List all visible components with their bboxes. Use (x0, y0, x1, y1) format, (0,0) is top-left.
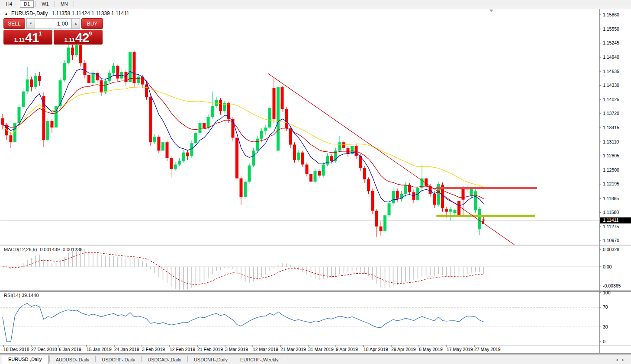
svg-text:17 May 2019: 17 May 2019 (447, 347, 473, 352)
tab-separator (234, 356, 234, 362)
svg-text:0: 0 (603, 339, 605, 344)
buy-price-pip-digit: 9 (89, 31, 92, 36)
svg-text:1.14025: 1.14025 (603, 97, 619, 102)
rsi-label: RSI(14) 39.1440 (4, 293, 39, 298)
buy-price-panel[interactable]: 1.11 42 9 (54, 30, 103, 45)
svg-text:3 Feb 2019: 3 Feb 2019 (142, 347, 165, 352)
chart-tab-usdcad-daily[interactable]: USDCAD-,Daily (142, 356, 187, 364)
one-click-trading-panel: SELL ▼ ▲ BUY 1.11 41 1 1.11 42 9 (3, 18, 103, 45)
chart-title: ▲EURUSD-,Daily1.11358 1.11424 1.11339 1.… (4, 10, 129, 16)
svg-text:27 May 2019: 27 May 2019 (474, 347, 501, 352)
svg-text:0.00328: 0.00328 (603, 247, 619, 252)
svg-text:1.11885: 1.11885 (603, 196, 619, 201)
svg-text:1.10970: 1.10970 (603, 238, 619, 243)
toolbar-separator (55, 1, 55, 7)
svg-text:70: 70 (603, 304, 608, 310)
svg-text:6 Jan 2019: 6 Jan 2019 (59, 347, 81, 352)
svg-text:12 Mar 2019: 12 Mar 2019 (253, 347, 278, 352)
macd-label: MACD(12,26,9) -0.001439 -0.001238 (4, 247, 83, 252)
svg-text:24 Jan 2019: 24 Jan 2019 (114, 347, 139, 352)
svg-text:1.15860: 1.15860 (603, 12, 619, 17)
tab-separator (49, 356, 50, 362)
svg-text:0.00: 0.00 (603, 264, 612, 269)
svg-text:1.14940: 1.14940 (603, 54, 619, 60)
timeframe-button-h4[interactable]: H4 (2, 0, 16, 8)
svg-text:18 Dec 2018: 18 Dec 2018 (3, 347, 29, 352)
svg-text:1.11275: 1.11275 (603, 224, 619, 229)
chart-tab-eurchf-weekly[interactable]: EURCHF-,Weekly (235, 356, 283, 364)
mt4-window: H4D1W1MN 1.158601.155501.152451.149401.1… (0, 0, 631, 364)
svg-text:27 Dec 2018: 27 Dec 2018 (31, 347, 57, 352)
timeframe-toolbar: H4D1W1MN (0, 0, 631, 8)
svg-text:1.12805: 1.12805 (603, 153, 619, 158)
chart-tab-usdchf-daily[interactable]: USDCHF-,Daily (97, 356, 140, 364)
volume-decrease-button[interactable]: ▼ (26, 18, 35, 29)
chart-symbol-label: EURUSD-,Daily (11, 10, 48, 16)
svg-text:29 Apr 2019: 29 Apr 2019 (391, 347, 416, 352)
buy-price-big-digits: 42 (75, 32, 89, 43)
svg-text:1.13110: 1.13110 (603, 139, 619, 144)
timeframe-button-w1[interactable]: W1 (38, 0, 53, 8)
tab-separator (285, 356, 285, 362)
timeframe-button-d1[interactable]: D1 (20, 0, 34, 8)
svg-text:1.12195: 1.12195 (603, 181, 619, 186)
buy-button[interactable]: BUY (81, 18, 103, 29)
svg-text:1.11580: 1.11580 (603, 210, 619, 215)
toolbar-separator (35, 1, 36, 7)
svg-text:1.14330: 1.14330 (603, 83, 619, 88)
sell-price-panel[interactable]: 1.11 41 1 (3, 30, 52, 45)
chart-canvas[interactable]: 1.158601.155501.152451.149401.146351.143… (0, 0, 631, 364)
tab-separator (141, 356, 142, 362)
svg-text:21 Feb 2019: 21 Feb 2019 (197, 347, 223, 352)
tab-separator (187, 356, 188, 362)
sell-price-prefix: 1.11 (14, 37, 25, 43)
svg-text:8 May 2019: 8 May 2019 (419, 347, 443, 352)
sell-button[interactable]: SELL (3, 18, 25, 29)
tab-separator (95, 356, 96, 362)
svg-text:1.15245: 1.15245 (603, 40, 619, 45)
chart-ohlc-values: 1.11358 1.11424 1.11339 1.11411 (52, 10, 129, 16)
svg-text:1.13415: 1.13415 (603, 125, 619, 130)
sell-price-pip-digit: 1 (39, 31, 42, 36)
volume-increase-button[interactable]: ▲ (71, 18, 80, 29)
svg-text:-0.00365: -0.00365 (603, 283, 621, 288)
svg-text:3 Mar 2019: 3 Mar 2019 (225, 347, 248, 352)
svg-text:100: 100 (603, 290, 611, 295)
toolbar-separator (18, 1, 18, 7)
svg-text:1.12500: 1.12500 (603, 167, 619, 172)
toolbar-separator (74, 1, 74, 7)
svg-text:18 Apr 2019: 18 Apr 2019 (364, 347, 388, 352)
svg-text:1.13720: 1.13720 (603, 111, 619, 116)
chart-tab-usdcnh-daily[interactable]: USDCNH-,Daily (189, 356, 233, 364)
svg-text:9 Apr 2019: 9 Apr 2019 (336, 347, 358, 352)
chart-tabbar: EURUSD-,DailyAUDUSD-,DailyUSDCHF-,DailyU… (0, 354, 631, 364)
svg-text:12 Feb 2019: 12 Feb 2019 (170, 347, 195, 352)
volume-input[interactable] (35, 18, 71, 29)
svg-text:15 Jan 2019: 15 Jan 2019 (87, 347, 112, 352)
current-price-badge: 1.11411 (603, 217, 619, 223)
timeframe-button-mn[interactable]: MN (57, 0, 72, 8)
svg-text:1.14635: 1.14635 (603, 69, 619, 74)
svg-text:30: 30 (603, 324, 608, 329)
svg-text:21 Mar 2019: 21 Mar 2019 (280, 347, 306, 352)
chart-tab-audusd-daily[interactable]: AUDUSD-,Daily (51, 356, 95, 364)
chart-tab-eurusd-daily[interactable]: EURUSD-,Daily (2, 355, 48, 364)
svg-text:1.15550: 1.15550 (603, 26, 619, 32)
sell-price-big-digits: 41 (25, 32, 39, 43)
tab-scroll-arrows[interactable]: ◂▸ (616, 358, 628, 362)
buy-price-prefix: 1.11 (64, 37, 75, 43)
one-click-collapse-icon[interactable]: ▲ (4, 12, 8, 16)
svg-text:31 Mar 2019: 31 Mar 2019 (308, 347, 334, 352)
